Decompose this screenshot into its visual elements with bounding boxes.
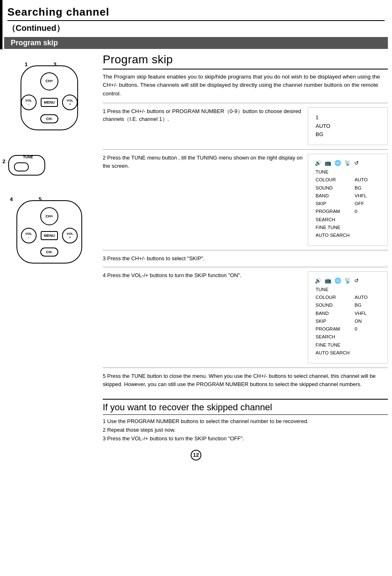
recover-step-3: 3 Press the VOL-/+ buttons to turn the S… — [103, 435, 388, 443]
ch-plus-button[interactable]: CH+ — [40, 72, 58, 90]
menu-value-program: 0 — [355, 208, 380, 215]
menu-value-search-2 — [355, 333, 380, 340]
menu-button-b[interactable]: MENU — [41, 231, 58, 240]
instructions-column: Program skip The Program skip feature en… — [95, 53, 388, 443]
ch-minus-row-b: CH- — [40, 248, 58, 257]
menu-row-fine-tune: FINE TUNE — [316, 224, 380, 231]
menu-row-band-2: BAND VHFL — [316, 310, 380, 317]
menu-label-band-2: BAND — [316, 310, 354, 317]
menu-label-skip: SKIP — [316, 200, 354, 207]
menu-row-search: SEARCH — [316, 216, 380, 223]
ch-plus-row-b: CH+ — [40, 207, 58, 225]
tune-menu-display-1: 🔊 📺 🌐 📡 ↺ TUNE COLOUR AUTO — [311, 157, 384, 242]
menu-label-search: SEARCH — [316, 216, 354, 223]
menu-label-program: PROGRAM — [316, 208, 354, 215]
ch-minus-button-b[interactable]: CH- — [40, 248, 58, 257]
vol-minus-button-b[interactable]: VOL - — [21, 228, 37, 243]
menu-button[interactable]: MENU — [41, 98, 58, 107]
recover-section: If you want to recover the skipped chann… — [103, 399, 388, 443]
menu-row-auto-search-2: AUTO SEARCH — [316, 349, 380, 356]
menu-icon-2: 📺 — [325, 160, 331, 166]
menu-value-tune-2 — [355, 286, 380, 293]
ch-minus-row: CH- — [40, 114, 58, 123]
recover-text: 1 Use the PROGRAM NUMBER buttons to sele… — [103, 417, 388, 443]
menu-label: MENU — [44, 100, 55, 104]
menu-value-fine-tune — [355, 224, 380, 231]
menu-value-auto-search-2 — [355, 349, 380, 356]
menu-icon-3: 🌐 — [334, 160, 341, 166]
menu-icons-row-2: 🔊 📺 🌐 📡 ↺ — [315, 278, 381, 284]
menu-row-colour: COLOUR AUTO — [316, 176, 380, 183]
menu-value-program-2: 0 — [355, 326, 380, 333]
vol-menu-row: VOL - MENU VOL + — [21, 95, 78, 110]
remote-diagram-bottom: 4 5 CH+ VOL - MENU — [16, 200, 82, 264]
tune-button[interactable] — [14, 162, 29, 171]
step-1-text: 1 Press the CH+/- buttons or PROGRAM NUM… — [103, 107, 303, 145]
menu-value-tune — [355, 169, 380, 176]
menu-value-fine-tune-2 — [355, 342, 380, 349]
remote-top-body: CH+ VOL - MENU VOL + — [21, 65, 78, 130]
menu-label-program-2: PROGRAM — [316, 326, 354, 333]
ch-minus-label: CH- — [46, 117, 53, 121]
step-label-2: 2 — [2, 158, 5, 164]
channel-auto: AUTO — [316, 122, 380, 131]
menu-label-colour-2: COLOUR — [316, 294, 354, 301]
program-skip-title: Program skip — [103, 53, 173, 66]
instruction-step-3: 3 Press the CH+/- buttons to select "SKI… — [103, 250, 388, 267]
step-2-display: 🔊 📺 🌐 📡 ↺ TUNE COLOUR AUTO — [308, 154, 388, 246]
menu-value-skip-2: ON — [355, 318, 380, 325]
menu-value-sound: BG — [355, 185, 380, 192]
recover-step-2: 2 Repeat those steps just now. — [103, 426, 388, 435]
menu-label-fine-tune: FINE TUNE — [316, 224, 354, 231]
menu-icon-4: 📡 — [344, 160, 351, 166]
vol-plus-label: VOL + — [67, 99, 73, 106]
vol-minus-label-b: VOL - — [25, 232, 32, 239]
ch-minus-label-b: CH- — [46, 250, 53, 254]
menu-label-skip-2: SKIP — [316, 318, 354, 325]
menu-row-program: PROGRAM 0 — [316, 208, 380, 215]
menu-icon-1b: 🔊 — [315, 278, 321, 284]
menu-row-colour-2: COLOUR AUTO — [316, 294, 380, 301]
subtitle-prefix: （ — [7, 23, 16, 32]
vol-plus-button-b[interactable]: VOL + — [62, 228, 78, 243]
step-5-text: 5 Press the TUNE button to close the men… — [103, 372, 388, 388]
menu-row-tune: TUNE — [316, 169, 380, 176]
menu-label-b: MENU — [44, 234, 55, 238]
menu-value-colour-2: AUTO — [355, 294, 380, 301]
menu-icon-4b: 📡 — [344, 278, 351, 284]
menu-icon-5: ↺ — [354, 160, 359, 166]
menu-row-search-2: SEARCH — [316, 333, 380, 340]
tune-label-above: TUNE — [23, 155, 33, 159]
channel-display: 1 AUTO BG — [311, 111, 384, 141]
menu-icon-1: 🔊 — [315, 160, 321, 166]
section-bar: Program skip — [4, 37, 388, 49]
step-2-text: 2 Press the TUNE menu button , till the … — [103, 154, 303, 246]
remote-diagram-tune: 2 TUNE — [8, 155, 45, 176]
menu-row-skip-2: SKIP ON — [316, 318, 380, 325]
remote-bottom-body: CH+ VOL - MENU VOL + — [16, 200, 82, 264]
vol-minus-label: VOL - — [25, 99, 32, 106]
instruction-step-2: 2 Press the TUNE menu button , till the … — [103, 149, 388, 250]
menu-row-auto-search: AUTO SEARCH — [316, 232, 380, 239]
remote-diagrams-column: 1 3 CH+ VOL - MENU — [4, 53, 95, 443]
tune-menu-display-2: 🔊 📺 🌐 📡 ↺ TUNE COLOUR AUTO — [311, 275, 384, 360]
remote-tune-body: TUNE — [8, 155, 45, 176]
menu-label-sound-2: SOUND — [316, 302, 354, 309]
menu-value-band-2: VHFL — [355, 310, 380, 317]
vol-plus-button[interactable]: VOL + — [62, 95, 78, 110]
ch-plus-label: CH+ — [46, 79, 53, 83]
step-4-text: 4 Press the VOL-/+ buttons to turn the S… — [103, 271, 303, 363]
remote-diagram-top: 1 3 CH+ VOL - MENU — [21, 65, 78, 130]
menu-row-band: BAND VHFL — [316, 192, 380, 199]
menu-row-sound-2: SOUND BG — [316, 302, 380, 309]
section-label: Program skip — [11, 39, 58, 47]
vol-menu-row-b: VOL - MENU VOL + — [21, 228, 78, 243]
ch-plus-button-b[interactable]: CH+ — [40, 207, 58, 225]
intro-text: The Program skip feature enables you to … — [103, 73, 388, 98]
menu-label-search-2: SEARCH — [316, 333, 354, 340]
ch-minus-button[interactable]: CH- — [40, 114, 58, 123]
menu-label-auto-search-2: AUTO SEARCH — [316, 349, 354, 356]
vol-minus-button[interactable]: VOL - — [21, 95, 37, 110]
menu-row-sound: SOUND BG — [316, 185, 380, 192]
menu-row-fine-tune-2: FINE TUNE — [316, 342, 380, 349]
